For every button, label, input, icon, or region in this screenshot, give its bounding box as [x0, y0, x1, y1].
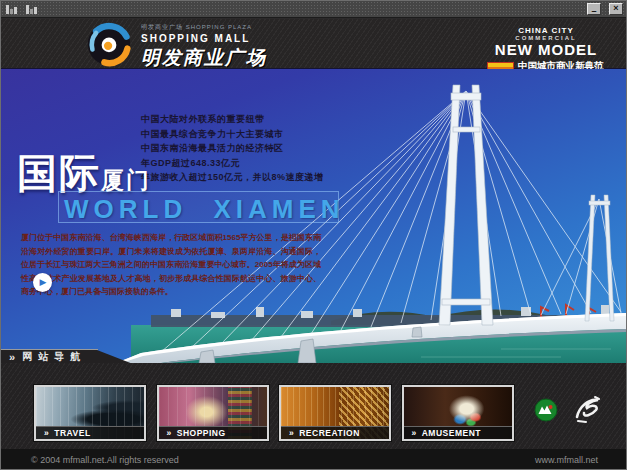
city-fact-list: 中国大陆对外联系的重要纽带 中国最具综合竞争力十大主要城市 中国东南沿海最具活力… [141, 112, 324, 185]
fact-line: 年GDP超过648.33亿元 [141, 156, 324, 171]
bottom-nav-section: » TRAVEL » SHOPPING » RECREATION » AMUSE… [1, 363, 627, 449]
card-label-text: TRAVEL [54, 428, 90, 438]
logo-text-block: 明发商业广场 SHOPPING PLAZA SHOPPING MALL 明发商业… [141, 23, 267, 71]
play-icon: ▶ [40, 278, 47, 287]
site-url: www.mfmall.net [535, 455, 598, 465]
badge-line3: NEW MODEL [487, 41, 605, 58]
logo-name-cn: 明发商业广场 [141, 45, 267, 71]
double-arrow-icon: » [9, 351, 15, 363]
logo-shopping-mall: SHOPPING MALL [141, 33, 267, 44]
close-button[interactable]: × [609, 3, 623, 15]
title-bar: – × [1, 1, 627, 18]
card-label-text: SHOPPING [177, 428, 226, 438]
hero-banner: 中国大陆对外联系的重要纽带 中国最具综合竞争力十大主要城市 中国东南沿海最具活力… [1, 69, 627, 363]
mountain-badge-icon[interactable] [534, 398, 558, 422]
china-city-badge: CHINA CITY COMMERCIAL NEW MODEL 中国城市商业新典… [487, 26, 605, 73]
site-nav-label: 网站导航 [22, 350, 86, 364]
app-icon [6, 4, 18, 14]
logo-tagline: 明发商业广场 SHOPPING PLAZA [141, 23, 267, 32]
minimize-button[interactable]: – [587, 3, 601, 15]
copyright-text: © 2004 mfmall.net.All rights reserved [31, 455, 179, 465]
title-xiamen-cn: 厦门 [101, 167, 151, 193]
fact-line: 中国最具综合竞争力十大主要城市 [141, 127, 324, 142]
card-label: » AMUSEMENT [404, 426, 512, 439]
play-button[interactable]: ▶ [33, 273, 52, 292]
title-world-xiamen: WORLD XIAMEN [64, 194, 345, 225]
mingfa-swirl-logo-icon [86, 21, 132, 67]
card-label-text: AMUSEMENT [422, 428, 481, 438]
badge-line1: CHINA CITY [487, 26, 605, 35]
fact-line: 年旅游收入超过150亿元，并以8%速度递增 [141, 170, 324, 185]
dragon-calligraphy-icon[interactable] [571, 393, 605, 425]
card-label-text: RECREATION [299, 428, 360, 438]
nav-card-shopping[interactable]: » SHOPPING [157, 385, 269, 441]
hero-title-cn: 国际 厦门 [17, 153, 151, 193]
title-guoji: 国际 [17, 153, 101, 193]
app-window: – × 明发商业广场 SHOPPING PLAZA SHOPPING MALL … [0, 0, 627, 470]
card-label: » SHOPPING [159, 426, 267, 439]
double-arrow-icon: » [167, 428, 172, 438]
header: 明发商业广场 SHOPPING PLAZA SHOPPING MALL 明发商业… [1, 19, 627, 69]
double-arrow-icon: » [289, 428, 294, 438]
double-arrow-icon: » [412, 428, 417, 438]
fact-line: 中国东南沿海最具活力的经济特区 [141, 141, 324, 156]
fact-line: 中国大陆对外联系的重要纽带 [141, 112, 324, 127]
hero-description: 厦门位于中国东南沿海、台湾海峡西海岸，行政区域面积1565平方公里，是祖国东南沿… [21, 231, 321, 299]
card-label: » TRAVEL [36, 426, 144, 439]
nav-card-recreation[interactable]: » RECREATION [279, 385, 391, 441]
footer: © 2004 mfmall.net.All rights reserved ww… [1, 449, 627, 470]
double-arrow-icon: » [44, 428, 49, 438]
card-label: » RECREATION [281, 426, 389, 439]
nav-card-travel[interactable]: » TRAVEL [34, 385, 146, 441]
nav-tab-highlight [1, 349, 98, 350]
nav-card-amusement[interactable]: » AMUSEMENT [402, 385, 514, 441]
app-icon-2 [26, 4, 38, 14]
